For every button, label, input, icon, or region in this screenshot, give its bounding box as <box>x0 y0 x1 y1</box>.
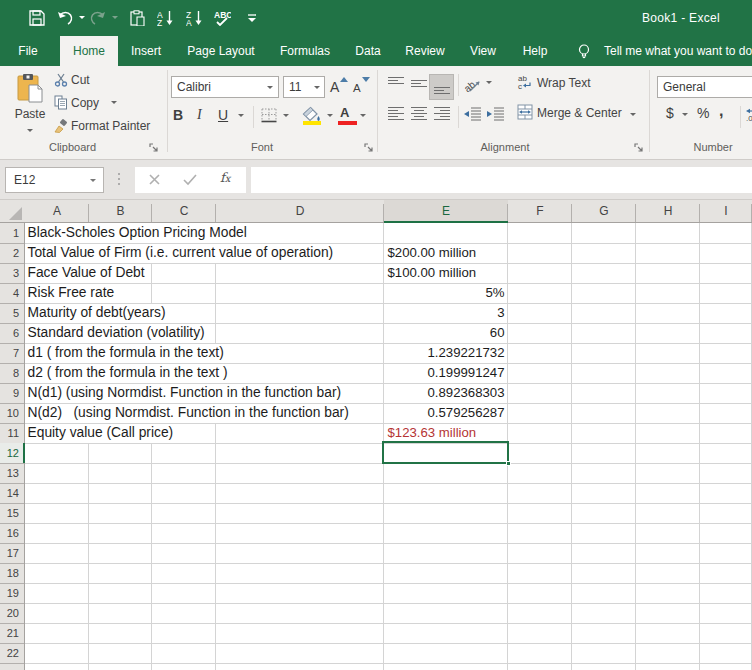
cell-e3[interactable]: $100.00 million <box>388 263 477 283</box>
row-header-14[interactable]: 14 <box>0 483 24 503</box>
font-color-button[interactable]: A <box>338 106 357 125</box>
spelling-qat-button[interactable]: ABC <box>207 0 237 36</box>
column-header-f[interactable]: F <box>508 200 572 222</box>
orientation-dropdown-icon[interactable] <box>486 81 492 84</box>
cell-a9[interactable]: N(d1) (using Normdist. Function in the f… <box>28 383 342 403</box>
row-header-2[interactable]: 2 <box>0 243 24 263</box>
cell-a6[interactable]: Standard deviation (volatility) <box>28 323 205 343</box>
row-header-3[interactable]: 3 <box>0 263 24 283</box>
align-right-button[interactable] <box>434 107 450 120</box>
merge-center-dropdown-icon[interactable] <box>630 113 636 116</box>
cell-e11[interactable]: $123.63 million <box>388 423 477 443</box>
ribbon-tab-file[interactable]: File <box>8 36 48 66</box>
sort-az-qat-button[interactable]: AZ <box>150 0 180 36</box>
ribbon-tab-home[interactable]: Home <box>60 36 118 66</box>
formula-input[interactable] <box>251 167 752 193</box>
row-header-6[interactable]: 6 <box>0 323 24 343</box>
row-header-16[interactable]: 16 <box>0 523 24 543</box>
cell-a8[interactable]: d2 ( from the formula in the text ) <box>28 363 228 383</box>
clipboard-dialog-launcher[interactable] <box>149 143 160 154</box>
cell-e7[interactable]: 1.239221732 <box>384 343 505 363</box>
undo-qat-button[interactable] <box>50 0 80 36</box>
cut-button[interactable]: Cut <box>53 72 163 88</box>
cell-a7[interactable]: d1 ( from the formula in the text) <box>28 343 224 363</box>
top-align-button[interactable] <box>388 77 404 90</box>
row-header-8[interactable]: 8 <box>0 363 24 383</box>
cell-a1[interactable]: Black-Scholes Option Pricing Model <box>28 223 247 243</box>
cell-e8[interactable]: 0.199991247 <box>384 363 505 383</box>
fill-handle[interactable] <box>506 461 511 466</box>
ribbon-tab-page-layout[interactable]: Page Layout <box>181 36 261 66</box>
bold-button[interactable]: B <box>173 107 189 125</box>
format-painter-button[interactable]: Format Painter <box>53 118 163 134</box>
row-header-13[interactable]: 13 <box>0 463 24 483</box>
row-header-18[interactable]: 18 <box>0 563 24 583</box>
row-header-17[interactable]: 17 <box>0 543 24 563</box>
align-center-button[interactable] <box>411 107 427 120</box>
column-header-d[interactable]: D <box>216 200 384 222</box>
column-header-g[interactable]: G <box>572 200 636 222</box>
cancel-icon[interactable] <box>148 173 161 186</box>
save-qat-button[interactable] <box>22 0 52 36</box>
cell-e10[interactable]: 0.579256287 <box>384 403 505 423</box>
ribbon-tab-view[interactable]: View <box>461 36 505 66</box>
insert-function-icon[interactable]: fx <box>220 170 230 185</box>
cell-a10[interactable]: N(d2) (using Normdist. Function in the f… <box>28 403 349 423</box>
column-header-h[interactable]: H <box>636 200 700 222</box>
cell-e9[interactable]: 0.892368303 <box>384 383 505 403</box>
enter-icon[interactable] <box>183 174 197 186</box>
row-header-12[interactable]: 12 <box>0 443 24 463</box>
font-name-combo[interactable]: Calibri <box>171 76 279 98</box>
row-header-21[interactable]: 21 <box>0 623 24 643</box>
cell-e2[interactable]: $200.00 million <box>388 243 477 263</box>
cell-a3[interactable]: Face Value of Debt <box>28 263 145 283</box>
name-box[interactable]: E12 <box>5 167 104 193</box>
italic-button[interactable]: I <box>197 107 209 125</box>
column-header-b[interactable]: B <box>89 200 152 222</box>
row-header-11[interactable]: 11 <box>0 423 24 443</box>
row-header-19[interactable]: 19 <box>0 583 24 603</box>
comma-style-button[interactable]: , <box>719 102 729 120</box>
accounting-format-dropdown-icon[interactable] <box>682 113 688 116</box>
decrease-indent-button[interactable] <box>463 107 481 121</box>
row-header-5[interactable]: 5 <box>0 303 24 323</box>
paste-small-qat-button[interactable] <box>122 0 152 36</box>
customize-qat-qat-button[interactable] <box>237 0 267 36</box>
sort-za-qat-button[interactable]: ZA <box>179 0 209 36</box>
wrap-text-button[interactable]: ab c Wrap Text <box>517 74 617 92</box>
ribbon-tab-help[interactable]: Help <box>514 36 556 66</box>
underline-dropdown-icon[interactable] <box>238 114 244 117</box>
borders-button[interactable] <box>261 108 277 123</box>
decrease-font-size-button[interactable]: A <box>353 77 371 97</box>
cell-a4[interactable]: Risk Free rate <box>28 283 115 303</box>
underline-button[interactable]: U <box>218 107 232 125</box>
column-header-e[interactable]: E <box>384 200 508 222</box>
increase-font-size-button[interactable]: A <box>330 77 348 97</box>
increase-decimal-button[interactable]: .0 <box>745 108 752 122</box>
bottom-align-button-selected[interactable] <box>429 74 454 100</box>
ribbon-tab-review[interactable]: Review <box>397 36 453 66</box>
font-size-combo[interactable]: 11 <box>283 76 325 98</box>
redo-qat-button[interactable] <box>83 0 113 36</box>
row-header-7[interactable]: 7 <box>0 343 24 363</box>
accounting-format-button[interactable]: $ <box>666 105 678 123</box>
row-header-4[interactable]: 4 <box>0 283 24 303</box>
copy-button[interactable]: Copy <box>53 95 163 111</box>
column-header-c[interactable]: C <box>152 200 216 222</box>
row-header-10[interactable]: 10 <box>0 403 24 423</box>
middle-align-button[interactable] <box>411 77 427 90</box>
cell-a11[interactable]: Equity value (Call price) <box>28 423 174 443</box>
cell-a5[interactable]: Maturity of debt(years) <box>28 303 166 323</box>
cell-a2[interactable]: Total Value of Firm (i.e. current value … <box>28 243 334 263</box>
borders-dropdown-icon[interactable] <box>283 114 289 117</box>
cell-e4[interactable]: 5% <box>384 283 505 303</box>
merge-center-button[interactable]: Merge & Center <box>517 104 647 122</box>
row-header-9[interactable]: 9 <box>0 383 24 403</box>
cell-e5[interactable]: 3 <box>384 303 505 323</box>
increase-indent-button[interactable] <box>486 107 504 121</box>
ribbon-tab-formulas[interactable]: Formulas <box>273 36 337 66</box>
fill-color-dropdown-icon[interactable] <box>327 114 333 117</box>
row-header-22[interactable]: 22 <box>0 643 24 663</box>
number-format-combo[interactable]: General <box>657 76 752 98</box>
row-header-20[interactable]: 20 <box>0 603 24 623</box>
